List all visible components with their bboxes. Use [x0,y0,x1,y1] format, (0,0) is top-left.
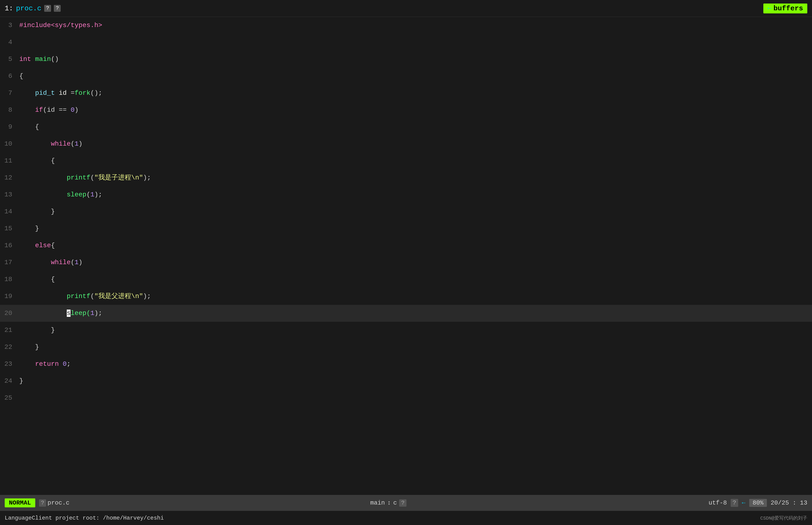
line-number: 9 [0,119,17,135]
title-left: 1: proc.c ? ? [5,4,61,13]
code-line-25: 25 [0,390,812,406]
line-content: { [17,68,812,85]
code-line-16: 16 else{ [0,237,812,254]
line-content: { [17,119,812,135]
status-right: utf-8 ? ← 80% 20/25 : 13 [708,499,807,507]
code-line-9: 9 { [0,119,812,135]
code-line-17: 17 while(1) [0,254,812,271]
status-enc-icon: ? [731,499,738,507]
line-content: while(1) [17,254,812,271]
code-line-15: 15 } [0,220,812,237]
code-line-24: 24} [0,373,812,390]
line-number: 7 [0,85,17,102]
code-line-21: 21 } [0,322,812,339]
line-content: #include<sys/types.h> [17,17,812,34]
line-content: pid_t id =fork(); [17,85,812,102]
line-number: 8 [0,102,17,119]
code-line-8: 8 if(id == 0) [0,102,812,119]
line-number: 16 [0,237,17,254]
line-content [17,34,812,51]
line-content: while(1) [17,135,812,152]
line-number: 11 [0,152,17,169]
line-number: 21 [0,322,17,339]
line-number: 12 [0,169,17,186]
code-line-20: 20 sleep(1); [0,305,812,322]
buffer-number: 1: [5,4,13,13]
code-line-11: 11 { [0,152,812,169]
status-icon: ? [39,499,46,507]
line-number: 4 [0,34,17,51]
code-line-14: 14 } [0,203,812,220]
status-position: 20/25 : 13 [771,499,807,506]
status-lang-icon: ? [399,499,406,507]
status-function: main [370,499,385,506]
line-number: 22 [0,339,17,356]
watermark: CSDN@爱写代码的刘子 [760,515,807,521]
line-number: 3 [0,17,17,34]
line-number: 25 [0,390,17,406]
title-icon1: ? [44,5,51,12]
buffers-arrow-icon: ← [768,5,771,12]
line-content: int main() [17,51,812,68]
code-line-22: 22 } [0,339,812,356]
title-bar: 1: proc.c ? ? ← buffers [0,0,812,17]
title-icon2: ? [54,5,61,12]
line-number: 17 [0,254,17,271]
line-number: 14 [0,203,17,220]
line-number: 13 [0,186,17,203]
code-line-6: 6{ [0,68,812,85]
line-content: sleep(1); [17,305,812,322]
line-content: if(id == 0) [17,102,812,119]
code-line-13: 13 sleep(1); [0,186,812,203]
line-content: return 0; [17,356,812,373]
code-line-4: 4 [0,34,812,51]
code-line-19: 19 printf("我是父进程\n"); [0,288,812,305]
status-mid: main ↕ c ? [70,499,708,507]
line-content: sleep(1); [17,186,812,203]
status-zoom: 80% [749,499,767,507]
code-line-18: 18 { [0,271,812,288]
line-number: 20 [0,305,17,322]
line-content: { [17,271,812,288]
buffers-button[interactable]: ← buffers [763,3,807,13]
line-content: printf("我是父进程\n"); [17,288,812,305]
code-line-7: 7 pid_t id =fork(); [0,85,812,102]
status-filename: proc.c [47,499,70,506]
vim-mode: NORMAL [5,498,35,507]
code-line-5: 5int main() [0,51,812,68]
line-content: } [17,220,812,237]
lsp-status: LanguageClient project root: /home/Harve… [5,515,164,521]
code-line-10: 10 while(1) [0,135,812,152]
bottom-bar: LanguageClient project root: /home/Harve… [0,511,812,525]
line-content: } [17,322,812,339]
buffer-filename: proc.c [16,4,41,13]
line-content: else{ [17,237,812,254]
line-number: 15 [0,220,17,237]
line-content: { [17,152,812,169]
editor: 1: proc.c ? ? ← buffers 3#include<sys/ty… [0,0,812,525]
line-content: printf("我是子进程\n"); [17,169,812,186]
code-line-12: 12 printf("我是子进程\n"); [0,169,812,186]
code-line-3: 3#include<sys/types.h> [0,17,812,34]
line-number: 10 [0,135,17,152]
line-content: } [17,203,812,220]
status-bar: NORMAL ? proc.c main ↕ c ? utf-8 ? ← 80%… [0,495,812,511]
line-content: } [17,373,812,390]
line-content: } [17,339,812,356]
line-number: 6 [0,68,17,85]
status-arrows: ↕ [387,499,391,506]
line-number: 23 [0,356,17,373]
line-number: 18 [0,271,17,288]
code-editor[interactable]: 3#include<sys/types.h>4 5int main()6{7 p… [0,17,812,495]
code-line-23: 23 return 0; [0,356,812,373]
status-encoding: utf-8 [708,499,727,506]
status-lang: c [393,499,397,506]
line-number: 19 [0,288,17,305]
buffers-label: buffers [773,4,803,13]
line-number: 24 [0,373,17,390]
line-number: 5 [0,51,17,68]
status-arrow-icon: ← [742,499,746,506]
line-content [17,390,812,406]
